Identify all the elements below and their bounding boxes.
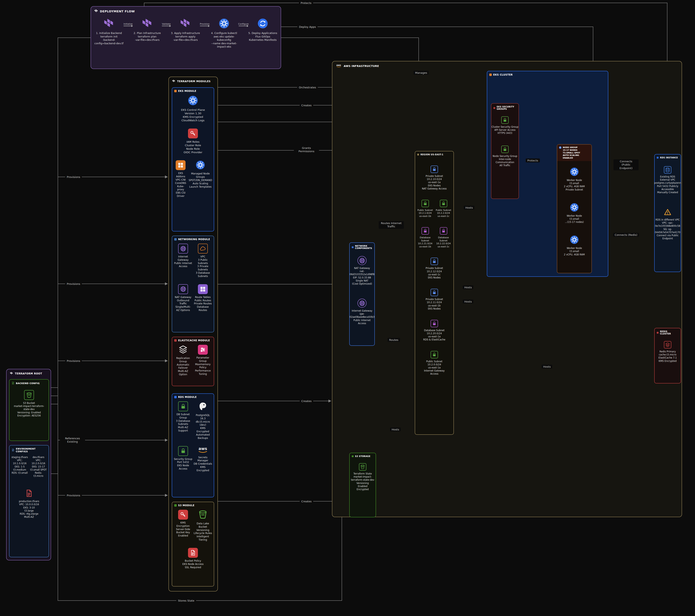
eks-module-header: EKS MODULE [172,88,214,93]
region-box: REGION US-EAST-1 Private Subnet 10.2.10.… [415,151,454,435]
node-internet-gateway-live: Internet Gateway igw-02ae08aee8eca50b3 P… [350,299,375,325]
subnet-private-1c: Private Subnet 10.2.12.0/24 us-east-1c E… [417,257,452,279]
node-worker-3: Worker Node t3.small 2 vCPU, 4GB RAM [564,235,585,256]
flow-step-label: 1. Initialize Backend terraform init -ba… [94,32,123,45]
node-vpc: VPC 3 Public Subnets 3 Private Subnets 3… [193,244,212,278]
edge-label-provisions-1: Provisions [65,175,82,179]
network-components-box: NETWORK COMPONENTS NAT Gateway nat-06d31… [349,243,375,346]
postgresql-icon [198,401,208,412]
subnet-database-1a: Database Subnet 10.2.20.0/24 us-east-1a … [417,320,452,342]
backend-config-box: BACKEND CONFIG S3 Bucket market-impact-t… [9,379,49,441]
networking-module-title: NETWORKING MODULE [178,238,210,241]
elasticache-module-icon [174,339,177,342]
node-label: production.tfvars VPC: 10.0.0.0/16 EKS: … [19,500,39,519]
subnet-public-1c: Public Subnet 10.2.2.0/24 us-east-1c [435,200,452,218]
networking-module-header: NETWORKING MODULE [172,236,214,241]
node-label: Worker Node t3.small 2 vCPU, 4GB RAM [564,247,585,256]
node-secrets-manager: Secrets Manager DB Credentials KMS Encry… [193,446,212,472]
redis-cluster-header: REDIS CLUSTER [655,328,681,335]
elasticache-module: ELASTICACHE MODULE Replication Group Aut… [172,337,214,386]
edge-label-connects-redis: Connects (Redis) [613,233,639,237]
region-title: REGION US-EAST-1 [421,153,443,156]
eks-security-groups-title: EKS SECURITY GROUPS [497,106,516,110]
eks-cluster-header: EKS CLUSTER [487,71,608,77]
s3-module-icon [174,504,177,506]
worker-node-icon [570,167,579,177]
edge-label-provisions-4: Provisions [65,494,82,497]
node-label: Route Tables Public Routes Private Route… [193,296,212,312]
node-label: KMS Encryption Server-Side Bucket Key En… [174,521,192,537]
rds-module-icon [174,396,177,398]
node-redis-primary: Redis Primary cache.t3.micro ElastiCache… [659,341,677,363]
aws-infrastructure-title: AWS INFRASTRUCTURE [344,65,379,68]
production-tfvars-icon [25,489,33,498]
deployment-flow-panel: DEPLOYMENT FLOW 1. Initialize Backend te… [90,6,281,69]
network-components-header: NETWORK COMPONENTS [350,243,374,250]
networking-module: NETWORKING MODULE Internet Gateway Publi… [172,236,214,332]
rds-instance-header: RDS INSTANCE [655,154,681,159]
node-label: Replication Group Automatic Failover Mul… [174,357,192,376]
flow-step-label: 5. Deploy Applications Flux GitOps Kuber… [248,32,277,42]
terraform-icon [94,9,98,13]
internet-gateway-icon [357,299,367,308]
flow-step-deploy-applications: 5. Deploy Applications Flux GitOps Kuber… [248,18,277,49]
node-production-tfvars: production.tfvars VPC: 10.0.0.0/16 EKS: … [10,478,49,519]
edge-label-manages: Manages [413,71,429,75]
node-label: Secrets Manager DB Credentials KMS Encry… [193,456,212,472]
node-label: Redis Primary cache.t3.micro ElastiCache… [659,350,677,363]
terraform-root-title: TERRAFORM ROOT [15,372,42,375]
redis-icon [657,332,659,334]
edge-label-hosts-5: Hosts [390,428,401,431]
node-label: NAT Gateway Outbound Traffic Single/Mult… [174,296,192,312]
terraform-state-bucket-icon [359,463,366,471]
edge-label-routes-internet: Routes Internet Traffic [379,221,404,229]
subnet-database-1c: Database Subnet 10.2.22.0/24 us-east-1c [435,227,452,248]
flow-arrow-configure: Configure [239,23,248,49]
aws-logo-icon [336,64,342,68]
eks-module-title: EKS MODULE [178,89,196,93]
arrow-line [200,26,209,26]
vpc-icon [198,244,208,253]
public-subnet-icon [440,200,447,207]
node-group-icon [559,146,562,150]
region-icon [417,154,419,155]
networking-module-icon [174,238,177,240]
eks-security-groups-header: EKS SECURITY GROUPS [491,104,519,111]
backend-config-header: BACKEND CONFIG [10,380,49,385]
node-security-group-icon [501,146,509,153]
eks-module-icon [174,90,177,92]
database-subnet-icon [430,320,438,327]
private-subnet-icon [430,257,438,265]
security-groups-icon [493,107,495,109]
subnet-label: Public Subnet 10.2.0.0/24 us-east-1a Int… [424,360,445,376]
node-eks-addons: EKS Addons VPC-CNI CoreDNS Kube-proxy EB… [174,160,187,198]
arrow-line [162,26,171,26]
edge-label-stores-state: Stores State [176,599,196,603]
node-group-title: NODE GROUP 15-17 NODES T3.SMALL SPOT AUT… [563,146,590,160]
edge-label-provisions-2: Provisions [65,282,82,286]
nat-gateway-icon [178,284,188,294]
network-components-title: NETWORK COMPONENTS [355,245,372,249]
s3-module-title: S3 MODULE [178,504,194,507]
terraform-icon [172,80,175,83]
eks-cluster-title: EKS CLUSTER [493,73,513,76]
terraform-icon [10,372,13,376]
edge-label-provisions-3: Provisions [65,359,82,363]
terraform-root-panel: TERRAFORM ROOT BACKEND CONFIG S3 Bucket … [6,369,51,561]
redis-cluster-box: REDIS CLUSTER Redis Primary cache.t3.mic… [654,328,681,383]
rds-database-icon [664,166,671,173]
security-group-icon [178,446,188,456]
node-route-tables: Route Tables Public Routes Private Route… [193,284,212,312]
edge-label-routes: Routes [388,338,400,342]
subnet-public-1a: Public Subnet 10.2.0.0/24 us-east-1a Int… [417,351,452,376]
deployment-flow-title: DEPLOYMENT FLOW [100,10,135,13]
node-postgresql: PostgreSQL 16.3 db.t3.micro (dev) KMS En… [193,401,212,440]
node-label: Data Lake Bucket Versioning Lifecycle Ru… [193,522,212,542]
node-security-group: Security Group Port 5432 EKS Node Access [174,446,192,472]
node-kms-encryption: KMS Encryption Server-Side Bucket Key En… [174,510,192,542]
kubernetes-icon [219,18,230,30]
s3-module: S3 MODULE KMS Encryption Server-Side Buc… [172,502,214,586]
node-label: Bucket Policy EKS Node Access SSL Requir… [182,559,203,569]
worker-node-icon [570,235,579,245]
edge-label-connects-public: Connects (Public Endpoint) [613,160,639,170]
